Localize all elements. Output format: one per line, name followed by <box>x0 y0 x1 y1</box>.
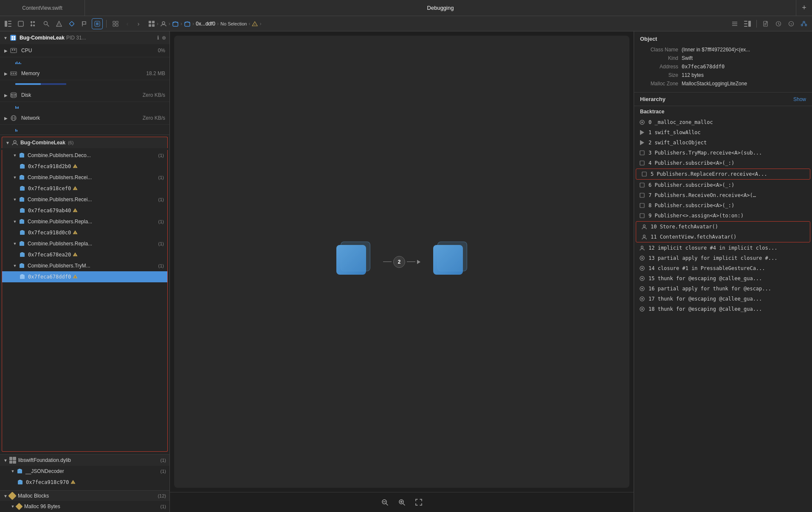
grid-view-button[interactable] <box>110 18 121 29</box>
leak-item-trym-addr[interactable]: 0x7feca678ddf0 ! <box>2 271 167 282</box>
backtrace-item-10[interactable]: 10 Store.fetchAvatar() <box>636 222 810 232</box>
leak-item-recei2-addr[interactable]: 0x7feca679ab40 ! <box>2 205 167 216</box>
leak-item-trym[interactable]: ▼ Combine.Publishers.TryM... (1) <box>2 260 167 271</box>
backtrace-item-17[interactable]: 17 thunk for @escaping @callee_gua... <box>634 294 812 304</box>
svg-point-140 <box>641 267 643 269</box>
list-view-button[interactable] <box>729 18 740 29</box>
help-button[interactable]: ? <box>786 18 797 29</box>
app-collapse-arrow[interactable]: ▼ <box>3 36 8 40</box>
back-button[interactable]: ‹ <box>123 19 132 28</box>
svg-text:!: ! <box>254 23 255 25</box>
bt-icon-3 <box>638 149 646 157</box>
leak-section-header[interactable]: ▼ Bug-CombineLeak (6) <box>2 137 168 148</box>
svg-rect-5 <box>31 21 32 23</box>
backtrace-item-2[interactable]: 2 swift_allocObject <box>634 138 812 148</box>
leak-item-recei1[interactable]: ▼ Combine.Publishers.Recei... (1) <box>2 172 167 183</box>
app-pid: PID 31... <box>66 35 86 41</box>
filter-button[interactable] <box>92 18 103 29</box>
disk-icon <box>9 91 18 99</box>
bt-text-0: 0 _malloc_zone_malloc <box>648 119 713 125</box>
svg-rect-110 <box>20 264 24 268</box>
bt-icon-8 <box>638 202 646 209</box>
backtrace-item-3[interactable]: 3 Publishers.TryMap.receive<A>(sub... <box>634 148 812 158</box>
backtrace-item-11[interactable]: 11 ContentView.fetchAvatar() <box>636 232 810 242</box>
breadcrumb-area: › › › › 0x...ddf0 › No Selection ‹ ! › <box>145 20 727 27</box>
search-button[interactable] <box>41 18 52 29</box>
leak-item-repla2-addr[interactable]: 0x7feca678ea20 ! <box>2 249 167 260</box>
malloc-96-item[interactable]: ▼ Malloc 96 Bytes (1) <box>0 501 169 512</box>
leak-item-repla2[interactable]: ▼ Combine.Publishers.Repla... (1) <box>2 238 167 249</box>
viz-zoom-in-button[interactable] <box>395 496 408 509</box>
leak-item-repla1-addr[interactable]: 0x7feca918d0c0 ! <box>2 227 167 238</box>
leak-item-deco[interactable]: ▼ Combine.Publishers.Deco... (1) <box>2 150 167 161</box>
backtrace-item-18[interactable]: 18 thunk for @escaping @callee_gua... <box>634 304 812 314</box>
svg-rect-107 <box>20 253 25 257</box>
lib-section-header[interactable]: ▼ libswiftFoundation.dylib (1) <box>0 454 169 466</box>
leak-item-recei1-addr[interactable]: 0x7feca918cef0 ! <box>2 183 167 194</box>
backtrace-item-4[interactable]: 4 Publisher.subscribe<A>(_:) <box>634 158 812 168</box>
json-decoder-label: __JSONDecoder <box>25 468 159 474</box>
share-button[interactable] <box>798 18 809 29</box>
network-label: Network <box>21 115 143 121</box>
inspector-button[interactable] <box>742 18 753 29</box>
backtrace-item-5[interactable]: 5 Publishers.ReplaceError.receive<A... <box>636 169 810 180</box>
svg-point-146 <box>641 298 643 300</box>
metric-network[interactable]: ▶ Network Zero KB/s <box>0 112 169 125</box>
leak-item-deco-addr[interactable]: 0x7feca918d2b0 ! <box>2 161 167 172</box>
sidebar-toggle-button[interactable] <box>3 18 14 29</box>
flag-button[interactable] <box>79 18 90 29</box>
metric-cpu[interactable]: ▶ CPU 0% <box>0 44 169 57</box>
backtrace-item-0[interactable]: 0 _malloc_zone_malloc <box>634 117 812 127</box>
new-doc-button[interactable] <box>760 18 771 29</box>
metric-memory[interactable]: ▶ Memory 18.2 MB <box>0 67 169 80</box>
svg-rect-76 <box>15 83 41 85</box>
backtrace-item-1[interactable]: 1 swift_slowAlloc <box>634 127 812 138</box>
bt-text-2: 2 swift_allocObject <box>648 140 707 146</box>
leak-section-label: Bug-CombineLeak <box>20 140 65 146</box>
bt-icon-14 <box>638 264 646 272</box>
backtrace-item-6[interactable]: 6 Publisher.subscribe<A>(_:) <box>634 180 812 190</box>
tab-debugging[interactable]: Debugging <box>85 0 796 16</box>
backtrace-item-8[interactable]: 8 Publisher.subscribe<A>(_:) <box>634 200 812 211</box>
app-link-icon[interactable]: ⊕ <box>162 35 166 41</box>
backtrace-item-14[interactable]: 14 closure #1 in PressableGestureCa... <box>634 263 812 273</box>
svg-rect-81 <box>17 107 17 109</box>
app-header: ▼ Bug-CombineLeak PID 31... ℹ ⊕ <box>0 31 169 44</box>
bt-text-15: 15 thunk for @escaping @callee_gua... <box>648 276 762 281</box>
stop-button[interactable] <box>15 18 26 29</box>
svg-line-120 <box>386 504 388 505</box>
backtrace-item-15[interactable]: 15 thunk for @escaping @callee_gua... <box>634 273 812 284</box>
bt-icon-0 <box>638 118 646 126</box>
app-info-icon[interactable]: ℹ <box>157 35 159 41</box>
backtrace-item-7[interactable]: 7 Publishers.ReceiveOn.receive<A>(… <box>634 190 812 200</box>
backtrace-item-13[interactable]: 13 partial apply for implicit closure #.… <box>634 253 812 263</box>
svg-rect-14 <box>69 21 74 26</box>
deco-addr: 0x7feca918d2b0 <box>28 163 71 169</box>
leak-item-recei2[interactable]: ▼ Combine.Publishers.Recei... (1) <box>2 194 167 205</box>
diamond-button[interactable] <box>66 18 77 29</box>
svg-rect-22 <box>113 24 115 26</box>
viz-arrow: 2 <box>383 256 420 268</box>
backtrace-item-16[interactable]: 16 partial apply for thunk for @escap... <box>634 284 812 294</box>
json-decoder-item[interactable]: ▼ __JSONDecoder (1) <box>0 466 169 477</box>
viz-zoom-out-button[interactable] <box>378 496 391 509</box>
json-decoder-addr-item[interactable]: 0x7feca918c970 ! <box>0 477 169 488</box>
hierarchy-show-button[interactable]: Show <box>793 96 806 102</box>
bt-text-11: 11 ContentView.fetchAvatar() <box>651 234 736 240</box>
svg-rect-74 <box>15 73 16 74</box>
cpu-value: 0% <box>158 48 165 53</box>
warning-button[interactable]: ! <box>54 18 65 29</box>
bt-icon-4 <box>638 159 646 167</box>
forward-button[interactable]: › <box>134 19 143 28</box>
backtrace-item-9[interactable]: 9 Publisher<>.assign<A>(to:on:) <box>634 211 812 221</box>
leak-item-repla1[interactable]: ▼ Combine.Publishers.Repla... (1) <box>2 216 167 227</box>
hierarchy-button[interactable] <box>28 18 39 29</box>
backtrace-item-12[interactable]: 12 implicit closure #4 in implicit clos.… <box>634 243 812 253</box>
prop-size-val: 112 bytes <box>682 72 704 78</box>
tab-contentview[interactable]: ContentView.swift <box>0 0 85 16</box>
malloc-section-header[interactable]: ▼ Malloc Blocks (12) <box>0 490 169 501</box>
viz-fit-button[interactable] <box>412 496 425 509</box>
new-tab-button[interactable]: + <box>796 0 812 16</box>
metric-disk[interactable]: ▶ Disk Zero KB/s <box>0 89 169 102</box>
history-button[interactable] <box>773 18 784 29</box>
